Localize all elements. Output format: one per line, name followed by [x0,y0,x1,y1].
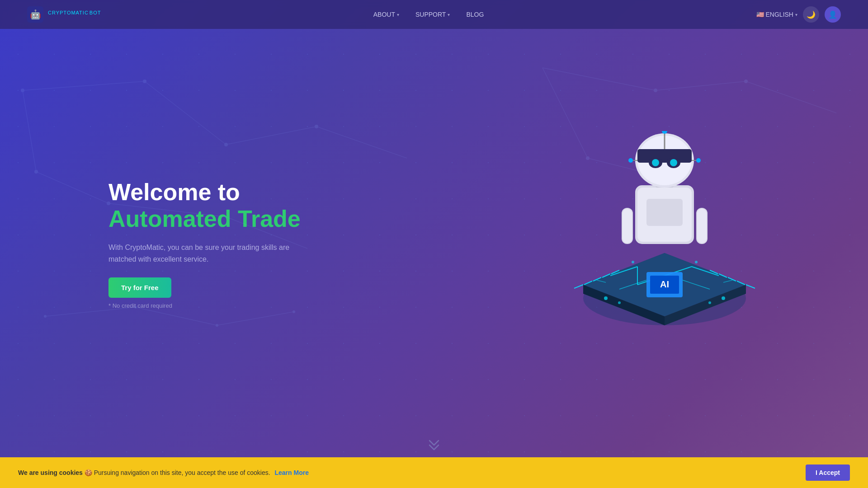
hero-section: Welcome to Automated Trade With CryptoMa… [0,0,868,488]
svg-line-24 [217,312,294,325]
svg-line-9 [656,81,746,90]
hero-robot-illustration: AI [552,131,778,357]
svg-point-80 [696,158,701,163]
svg-point-61 [695,261,698,263]
svg-point-78 [662,131,667,134]
svg-rect-68 [646,199,683,226]
language-chevron-icon: ▾ [795,12,797,17]
nav-blog[interactable]: BLOG [466,11,484,18]
svg-point-19 [654,89,657,92]
svg-point-60 [632,261,634,263]
svg-line-48 [746,285,755,288]
svg-point-27 [216,324,218,327]
hero-content: Welcome to Automated Trade With CryptoMa… [108,179,301,310]
svg-rect-65 [623,209,632,243]
svg-point-59 [708,301,711,304]
svg-line-43 [574,285,583,288]
hero-title-automated: Automated Trade [108,206,301,233]
cookie-text: We are using cookies 🍪 Pursuing navigati… [18,469,309,476]
hero-title-welcome: Welcome to [108,179,301,206]
nav-language[interactable]: 🇺🇸 ENGLISH ▾ [756,11,797,18]
svg-line-8 [542,68,656,90]
svg-rect-63 [697,209,707,243]
svg-line-3 [36,172,108,203]
svg-text:AI: AI [660,279,669,289]
svg-line-6 [316,127,407,158]
nav-right-controls: 🇺🇸 ENGLISH ▾ 🌙 👤 [756,6,841,23]
svg-point-28 [292,310,295,313]
dark-mode-toggle[interactable]: 🌙 [803,6,819,23]
svg-point-18 [315,125,318,128]
svg-line-10 [746,81,836,113]
svg-line-2 [23,90,36,172]
logo-text: CRYPTOMATICBOT [47,10,101,19]
svg-point-58 [722,296,725,300]
svg-point-79 [628,158,633,163]
svg-point-76 [670,159,677,166]
logo-link[interactable]: 🤖 CRYPTOMATICBOT [27,6,101,23]
svg-point-13 [21,89,24,92]
svg-point-75 [652,159,659,166]
svg-line-5 [226,127,316,145]
svg-line-0 [23,81,145,90]
about-chevron-icon: ▾ [397,12,399,17]
learn-more-link[interactable]: Learn More [274,469,308,476]
svg-point-56 [604,296,608,300]
scroll-indicator [427,438,441,452]
svg-point-16 [34,170,38,174]
flag-icon: 🇺🇸 [756,11,764,18]
no-credit-note: No credit card required [108,302,301,309]
accept-cookies-button[interactable]: I Accept [806,465,850,481]
svg-line-1 [145,81,226,145]
logo-icon: 🤖 [27,6,43,23]
hero-subtitle: With CryptoMatic, you can be sure your t… [108,242,298,265]
nav-about[interactable]: ABOUT ▾ [373,11,399,18]
navbar: 🤖 CRYPTOMATICBOT ABOUT ▾ SUPPORT ▾ BLOG … [0,0,868,29]
nav-links: ABOUT ▾ SUPPORT ▾ BLOG [373,11,484,18]
try-free-button[interactable]: Try for Free [108,277,171,298]
cookie-banner: We are using cookies 🍪 Pursuing navigati… [0,457,868,488]
svg-point-57 [618,301,621,304]
svg-point-14 [143,80,146,83]
svg-point-15 [224,143,228,146]
support-chevron-icon: ▾ [448,12,450,17]
svg-point-25 [44,315,47,318]
svg-rect-72 [637,149,692,163]
user-account-button[interactable]: 👤 [825,6,841,23]
nav-support[interactable]: SUPPORT ▾ [415,11,450,18]
svg-point-20 [744,80,748,83]
svg-line-23 [136,307,217,325]
